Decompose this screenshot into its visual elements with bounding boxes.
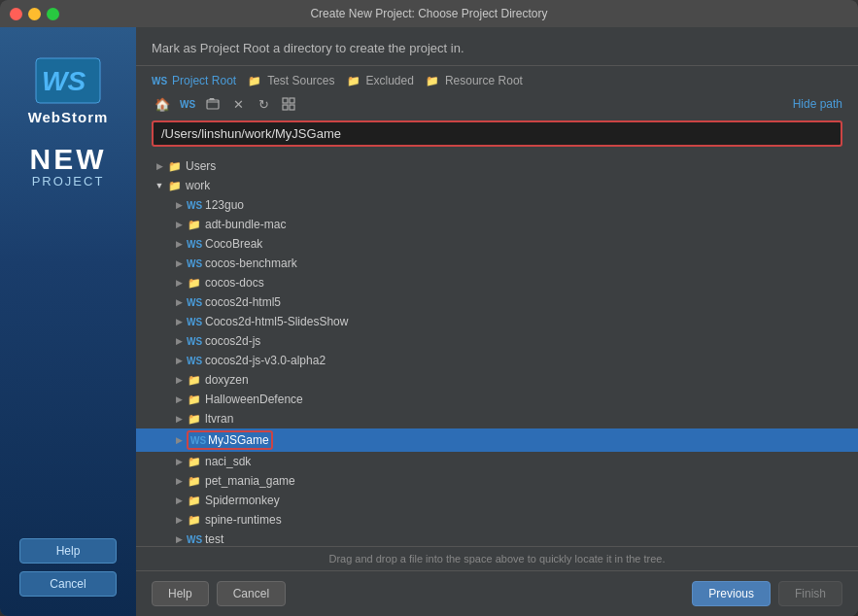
path-input[interactable] — [152, 120, 842, 147]
tree-toggle[interactable]: ▶ — [171, 353, 187, 368]
refresh-icon-btn[interactable]: ↻ — [253, 93, 274, 115]
previous-button[interactable]: Previous — [692, 581, 771, 606]
tree-item[interactable]: ▶ 📁 ltvran — [136, 409, 858, 428]
tree-item[interactable]: ▶ 📁 doxyzen — [136, 370, 858, 390]
tree-toggle[interactable]: ▼ — [152, 178, 167, 193]
ws-icon: WS — [187, 531, 202, 546]
root-type-resource[interactable]: 📁 Resource Root — [426, 74, 523, 87]
tree-item[interactable]: ▶ 📁 HalloweenDefence — [136, 390, 858, 409]
new-project-label: NEW PROJECT — [30, 145, 107, 188]
tree-label: cocos-docs — [205, 276, 264, 290]
tree-item[interactable]: ▶ 📁 Users — [136, 156, 858, 176]
window-controls — [10, 8, 59, 20]
bottom-bar: Help Cancel Previous Finish — [136, 570, 858, 616]
delete-icon-btn[interactable]: ✕ — [227, 93, 249, 115]
tree-label: MyJSGame — [208, 433, 269, 447]
excluded-icon: 📁 — [347, 75, 360, 87]
tree-item[interactable]: ▶ WS cocos2d-js — [136, 331, 858, 351]
tree-toggle[interactable]: ▶ — [171, 454, 187, 469]
drag-hint: Drag and drop a file into the space abov… — [136, 546, 858, 570]
new-folder-icon-btn[interactable] — [202, 93, 223, 115]
tree-item[interactable]: ▶ WS Cocos2d-html5-SlidesShow — [136, 312, 858, 331]
folder-icon: 📁 — [187, 512, 202, 528]
tree-label: test — [205, 532, 223, 546]
toolbar-left: 🏠 WS ✕ ↻ — [152, 93, 299, 115]
tree-label: work — [186, 179, 210, 192]
tree-label: ltvran — [205, 412, 233, 426]
svg-text:WS: WS — [42, 66, 86, 96]
tree-toggle[interactable]: ▶ — [171, 372, 187, 388]
svg-rect-3 — [283, 98, 288, 103]
folder-icon: 📁 — [187, 493, 202, 508]
help-sidebar-button[interactable]: Help — [19, 538, 117, 564]
tree-item[interactable]: ▶ 📁 adt-bundle-mac — [136, 215, 858, 234]
svg-rect-5 — [283, 105, 288, 110]
tree-label: cocos2d-js-v3.0-alpha2 — [205, 354, 326, 367]
tree-toggle[interactable]: ▶ — [171, 473, 187, 489]
cancel-sidebar-button[interactable]: Cancel — [19, 571, 117, 597]
tree-item[interactable]: ▶ WS 123guo — [136, 195, 858, 215]
tree-toggle[interactable]: ▶ — [171, 392, 187, 407]
tree-item[interactable]: ▶ 📁 cocos-docs — [136, 273, 858, 292]
root-type-test[interactable]: 📁 Test Sources — [248, 74, 334, 87]
tree-item[interactable]: ▶ WS cocos2d-js-v3.0-alpha2 — [136, 351, 858, 370]
tree-item[interactable]: ▶ 📁 naci_sdk — [136, 452, 858, 471]
tree-item[interactable]: ▶ WS test — [136, 530, 858, 546]
tree-toggle[interactable]: ▶ — [171, 333, 187, 349]
tree-toggle[interactable]: ▶ — [171, 512, 187, 528]
folder-icon: 📁 — [187, 372, 202, 388]
tree-toggle[interactable]: ▶ — [171, 217, 187, 232]
folder-icon: 📁 — [187, 392, 202, 407]
root-type-project[interactable]: WS Project Root — [152, 74, 236, 87]
tree-item[interactable]: ▶ WS CocoBreak — [136, 234, 858, 254]
ws-icon-btn[interactable]: WS — [177, 93, 198, 115]
folder-icon: 📁 — [187, 275, 202, 291]
tree-item[interactable]: ▶ 📁 spine-runtimes — [136, 510, 858, 530]
ws-icon: WS — [187, 197, 202, 213]
tree-toggle[interactable]: ▶ — [171, 314, 187, 329]
tree-label: cocos2d-js — [205, 334, 260, 348]
tree-toggle[interactable]: ▶ — [171, 197, 187, 213]
folder-icon: 📁 — [167, 178, 183, 193]
tree-toggle[interactable]: ▶ — [171, 294, 187, 310]
file-tree[interactable]: ▶ 📁 Users ▼ 📁 work ▶ WS 123guo — [136, 153, 858, 546]
close-button[interactable] — [10, 8, 22, 20]
tree-toggle[interactable]: ▶ — [171, 432, 187, 448]
tree-item[interactable]: ▶ 📁 pet_mania_game — [136, 471, 858, 491]
right-panel: Mark as Project Root a directory to crea… — [136, 27, 858, 616]
tree-toggle[interactable]: ▶ — [171, 236, 187, 252]
svg-rect-4 — [290, 98, 294, 103]
minimize-button[interactable] — [28, 8, 41, 20]
ws-icon: WS — [187, 256, 202, 271]
tree-item[interactable]: ▶ WS cocos-benchmark — [136, 254, 858, 273]
hide-path-link[interactable]: Hide path — [793, 97, 842, 111]
tree-toggle[interactable]: ▶ — [171, 256, 187, 271]
help-button[interactable]: Help — [152, 581, 209, 606]
maximize-button[interactable] — [47, 8, 59, 20]
tree-toggle[interactable]: ▶ — [171, 493, 187, 508]
tree-toggle[interactable]: ▶ — [171, 275, 187, 291]
window-title: Create New Project: Choose Project Direc… — [310, 7, 547, 20]
tree-item[interactable]: ▶ 📁 Spidermonkey — [136, 491, 858, 510]
instruction-text: Mark as Project Root a directory to crea… — [136, 27, 858, 66]
ws-icon: WS — [187, 314, 202, 329]
finish-button[interactable]: Finish — [778, 581, 842, 606]
tree-toggle[interactable]: ▶ — [152, 158, 167, 174]
selected-item-border: WS MyJSGame — [187, 430, 273, 450]
tree-item[interactable]: ▼ 📁 work — [136, 176, 858, 195]
resource-root-icon: 📁 — [426, 75, 439, 87]
test-sources-label: Test Sources — [267, 74, 334, 87]
expand-icon-btn[interactable] — [278, 93, 299, 115]
tree-item-myjsgame[interactable]: ▶ WS MyJSGame — [136, 428, 858, 452]
main-content: WS WebStorm NEW PROJECT Help Cancel Mark… — [0, 27, 858, 616]
folder-icon: 📁 — [167, 158, 183, 174]
tree-label: Users — [186, 159, 216, 173]
cancel-button[interactable]: Cancel — [217, 581, 286, 606]
tree-item[interactable]: ▶ WS cocos2d-html5 — [136, 292, 858, 312]
home-icon-btn[interactable]: 🏠 — [152, 93, 173, 115]
project-root-label: Project Root — [172, 74, 236, 87]
ws-icon: WS — [190, 432, 206, 448]
root-type-excluded[interactable]: 📁 Excluded — [347, 74, 414, 87]
tree-toggle[interactable]: ▶ — [171, 531, 187, 546]
tree-toggle[interactable]: ▶ — [171, 411, 187, 427]
